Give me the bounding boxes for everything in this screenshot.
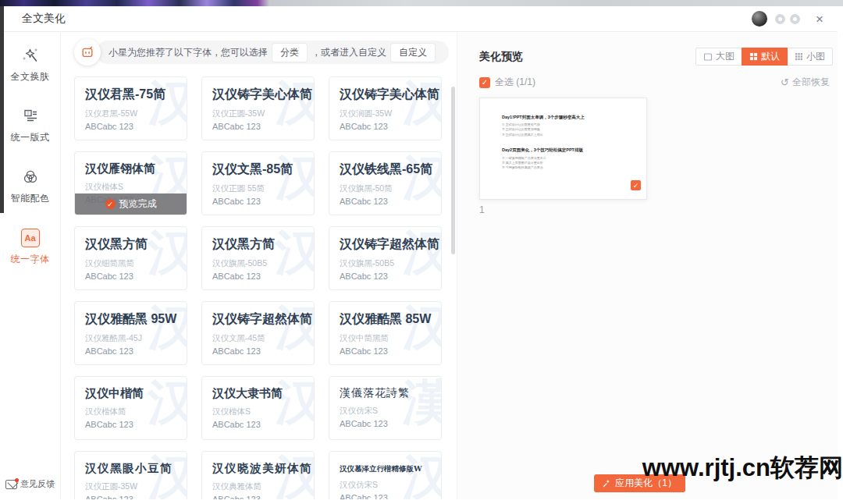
slide-heading-2: Day2页面美化，3个技巧轻松搞定PPT排版 xyxy=(502,147,638,154)
font-card-subtitle: 汉仪典雅体简 xyxy=(212,481,314,492)
assistant-robot-icon xyxy=(74,39,101,66)
font-card[interactable]: 汉 汉仪铸字超然体简 汉仪文黑-45简 ABCabc 123 xyxy=(201,301,315,365)
custom-button[interactable]: 自定义 xyxy=(391,44,435,62)
checkbox-checked-icon[interactable]: ✓ xyxy=(479,77,490,88)
font-card-grid: 汉 汉仪君黑-75简 汉仪君黑-55W ABCabc 123 汉 汉仪铸字美心体… xyxy=(74,76,457,499)
font-card[interactable]: 汉 汉仪君黑-75简 汉仪君黑-55W ABCabc 123 xyxy=(74,76,187,140)
sidebar: 全文换肤 统一版式 xyxy=(0,33,61,499)
font-card-sample: ABCabc 123 xyxy=(85,346,187,356)
font-card-title: 汉仪铸字超然体简 xyxy=(340,236,441,253)
slide-page-number: 1 xyxy=(479,204,485,215)
font-card-sample: ABCabc 123 xyxy=(212,272,314,281)
slide-checkbox-checked-icon[interactable]: ✓ xyxy=(631,180,641,190)
font-card[interactable]: 汉 汉仪黑方简 汉仪细简黑简 ABCabc 123 xyxy=(74,226,187,290)
font-card[interactable]: 汉 汉仪铸字美心体简 汉仪润圆-35W ABCabc 123 xyxy=(329,76,442,140)
font-card[interactable]: 汉 汉仪晓波美妍体简 汉仪典雅体简 ABCabc 123 xyxy=(201,451,315,499)
sidebar-item-label: 全文换肤 xyxy=(11,70,50,83)
font-card[interactable]: 漢 漢儀落花詩繁 汉仪仿宋S ABCabc 123 xyxy=(329,376,442,440)
font-card-sample: ABCabc 123 xyxy=(340,346,441,356)
view-mode-large[interactable]: 大图 xyxy=(695,48,742,66)
large-view-icon xyxy=(703,52,713,62)
font-card-sample: ABCabc 123 xyxy=(85,122,187,131)
font-card-title: 汉仪晓波美妍体简 xyxy=(212,461,314,476)
sidebar-item-unify-layout[interactable]: 统一版式 xyxy=(11,106,50,144)
font-card[interactable]: 汉 汉仪铸字美心体简 汉仪正圆-35W ABCabc 123 xyxy=(201,76,315,140)
view-mode-label: 小图 xyxy=(806,50,825,63)
view-mode-default[interactable]: 默认 xyxy=(742,48,788,66)
font-card-title: 汉仪君黑-75简 xyxy=(85,87,187,103)
selection-row: ✓ 全选 (1/1) ↺ 全部恢复 xyxy=(479,76,830,89)
sidebar-item-smart-color[interactable]: 智能配色 xyxy=(11,167,50,205)
notice-text-middle: ，或者进入自定义 xyxy=(311,46,386,59)
font-card-subtitle: 汉仪正圆 55简 xyxy=(212,183,314,194)
recommendation-bar: 小星为您推荐了以下字体，您可以选择 分类 ，或者进入自定义 自定义 xyxy=(74,39,457,66)
font-card-subtitle: 汉仪润圆-35W xyxy=(340,108,441,119)
sidebar-item-label: 统一字体 xyxy=(11,253,50,266)
font-card[interactable]: 汉 汉仪中楷简 汉仪楷体简 ABCabc 123 xyxy=(74,376,187,440)
sidebar-item-label: 统一版式 xyxy=(11,131,50,144)
watermark-text: www.rjtj.cn软荐网 xyxy=(642,452,843,484)
font-card-subtitle: 汉仪雅酷黑-45J xyxy=(85,333,187,344)
preview-panel: 美化预览 大图 默认 小图 xyxy=(457,33,838,499)
font-card-subtitle: 汉仪正圆-35W xyxy=(85,481,187,492)
font-card-sample: ABCabc 123 xyxy=(340,493,441,499)
font-icon: Aa xyxy=(20,228,41,248)
font-card-subtitle: 汉仪君黑-55W xyxy=(85,108,187,119)
sidebar-item-full-reskin[interactable]: 全文换肤 xyxy=(11,45,50,83)
font-card-title: 汉仪黑方简 xyxy=(85,236,187,253)
font-card-subtitle: 汉仪楷体简 xyxy=(85,406,187,417)
grid-3x3-icon xyxy=(795,52,803,61)
font-card[interactable]: 汉 汉仪慕泽立行楷精修版W 汉仪仿宋S ABCabc 123 xyxy=(329,451,442,499)
font-card-subtitle: 汉仪楷体S xyxy=(212,406,314,417)
toast-check-icon: ✓ xyxy=(105,199,116,209)
font-card[interactable]: 汉 汉仪大隶书简 汉仪楷体S ABCabc 123 xyxy=(201,376,315,440)
font-card-title: 汉仪铸字超然体简 xyxy=(212,311,314,328)
select-all-checkbox[interactable]: ✓ 全选 (1/1) xyxy=(479,76,535,89)
font-card[interactable]: 汉 汉仪黑眼小豆简 汉仪正圆-35W ABCabc 123 xyxy=(74,451,187,499)
restore-icon: ↺ xyxy=(781,76,789,88)
font-card[interactable]: 汉 汉仪雁翎体简 汉仪楷体S ABCabc 123 ✓ 预览完成 xyxy=(74,151,187,215)
restore-all-button[interactable]: ↺ 全部恢复 xyxy=(781,76,830,89)
toast-text: 预览完成 xyxy=(119,197,157,211)
coin-badge-icon[interactable] xyxy=(790,14,800,24)
font-card-title: 汉仪铸字美心体简 xyxy=(212,87,314,103)
font-card[interactable]: 汉 汉仪文黑-85简 汉仪正圆 55简 ABCabc 123 xyxy=(201,151,315,215)
font-card-title: 汉仪中楷简 xyxy=(85,386,187,401)
dialog-title: 全文美化 xyxy=(22,12,66,26)
view-mode-toggle: 大图 默认 小图 xyxy=(696,48,833,66)
font-card-title: 汉仪慕泽立行楷精修版W xyxy=(340,464,441,474)
category-button[interactable]: 分类 xyxy=(272,44,307,62)
sidebar-item-unify-font[interactable]: Aa 统一字体 xyxy=(11,228,50,266)
preview-done-toast: ✓ 预览完成 xyxy=(75,193,187,215)
slide-bullets-1: ① 怎样设计让封面更有气势② 怎样设计让封面更加细腻③ 怎样设计让封面高大上档次 xyxy=(502,122,638,137)
font-card-subtitle: 汉仪正圆-35W xyxy=(212,108,314,119)
magic-wand-icon xyxy=(20,45,41,66)
font-card[interactable]: 汉 汉仪黑方简 汉仪旗黑-50B5 ABCabc 123 xyxy=(201,226,315,290)
font-card-sample: ABCabc 123 xyxy=(212,420,314,429)
notification-dot xyxy=(15,478,19,482)
font-card-sample: ABCabc 123 xyxy=(212,197,314,206)
grid-2x2-icon xyxy=(749,52,758,61)
font-card-sample: ABCabc 123 xyxy=(340,197,441,206)
font-card-subtitle: 汉仪旗黑-50简 xyxy=(340,183,441,194)
user-avatar[interactable] xyxy=(752,11,767,27)
font-card[interactable]: 汉 汉仪雅酷黑 95W 汉仪雅酷黑-45J ABCabc 123 xyxy=(74,301,187,365)
apply-wand-icon xyxy=(603,479,611,488)
feedback-button[interactable]: 意见反馈 xyxy=(5,478,55,490)
view-mode-small[interactable]: 小图 xyxy=(787,48,833,66)
slide-thumbnail[interactable]: Day1!PPT封面太单调，3个步骤秒变高大上 ① 怎样设计让封面更有气势② 怎… xyxy=(479,98,647,200)
close-icon[interactable]: × xyxy=(816,12,823,26)
view-mode-label: 大图 xyxy=(716,50,735,63)
font-card[interactable]: 汉 汉仪铸字超然体简 汉仪旗黑-50B5 ABCabc 123 xyxy=(329,226,442,290)
vip-badge-icon[interactable] xyxy=(775,14,785,24)
feedback-label: 意见反馈 xyxy=(20,478,55,490)
font-icon-glyph: Aa xyxy=(21,229,40,247)
select-all-label: 全选 (1/1) xyxy=(495,76,535,89)
font-card[interactable]: 汉 汉仪铁线黑-65简 汉仪旗黑-50简 ABCabc 123 xyxy=(329,151,442,215)
font-card[interactable]: 汉 汉仪雅酷黑 85W 汉仪中简黑简 ABCabc 123 xyxy=(329,301,442,365)
font-card-title: 汉仪雅酷黑 85W xyxy=(340,311,441,328)
font-card-title: 汉仪黑方简 xyxy=(212,236,314,253)
scrollbar[interactable] xyxy=(451,87,455,254)
slide-bullets-2: ① 一键套用模板产品展示更走心② 高大上页面图片设计更出彩③ 巧用蒙版制作高级产… xyxy=(502,156,638,171)
font-card-sample: ABCabc 123 xyxy=(340,122,441,131)
